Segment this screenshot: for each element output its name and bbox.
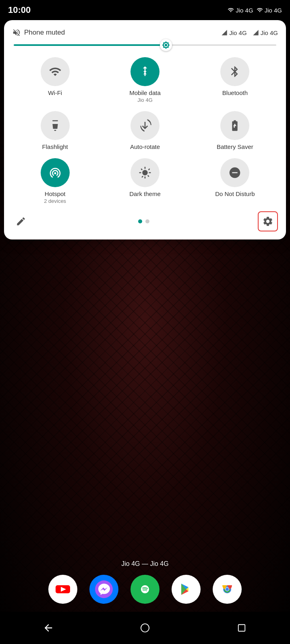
recents-icon <box>237 623 246 632</box>
toggle-grid: Wi-Fi Mobile data Jio 4G Bluetooth <box>12 57 278 204</box>
donotdisturb-icon <box>228 166 241 179</box>
dock-spotify[interactable] <box>130 575 160 604</box>
qs-top-row: Phone muted Jio 4G Jio 4G <box>12 28 278 37</box>
home-button[interactable] <box>135 618 155 638</box>
page-dots <box>138 219 149 223</box>
settings-button[interactable] <box>258 211 278 231</box>
mobiledata-label: Mobile data <box>129 89 161 96</box>
signal1-label: Jio 4G <box>236 7 253 14</box>
home-icon <box>141 623 149 632</box>
autorotate-label: Auto-rotate <box>130 143 160 150</box>
tile-bluetooth[interactable]: Bluetooth <box>192 57 278 103</box>
darktheme-icon <box>139 166 151 179</box>
flashlight-icon-circle[interactable] <box>41 111 70 140</box>
svg-point-14 <box>141 624 149 632</box>
brightness-slider-fill <box>14 44 166 46</box>
svg-rect-4 <box>136 580 154 598</box>
recents-button[interactable] <box>232 618 252 638</box>
mobiledata-icon <box>139 65 151 78</box>
back-icon <box>43 622 54 634</box>
svg-point-13 <box>226 588 229 591</box>
tile-wifi[interactable]: Wi-Fi <box>12 57 98 103</box>
dot-2 <box>145 219 149 223</box>
mute-icon <box>12 28 21 37</box>
settings-icon <box>262 216 273 227</box>
signal2: Jio 4G <box>257 7 282 14</box>
qs-signal1-icon <box>221 29 228 36</box>
network-label: Jio 4G — Jio 4G <box>0 560 290 568</box>
nav-bar <box>0 612 290 644</box>
qs-signal2-icon <box>253 29 259 36</box>
darktheme-icon-circle[interactable] <box>130 158 160 187</box>
dock-messenger[interactable] <box>89 575 118 604</box>
tile-batterysaver[interactable]: Battery Saver <box>192 111 278 150</box>
dock-googleplay[interactable] <box>172 575 201 604</box>
flashlight-icon <box>49 119 62 132</box>
chrome-icon <box>218 580 236 598</box>
time-display: 10:00 <box>8 5 31 15</box>
tile-flashlight[interactable]: Flashlight <box>12 111 98 150</box>
flashlight-label: Flashlight <box>42 143 68 150</box>
youtube-icon <box>54 580 72 598</box>
tile-autorotate[interactable]: Auto-rotate <box>102 111 188 150</box>
tile-hotspot[interactable]: Hotspot 2 devices <box>12 158 98 204</box>
hotspot-icon-circle[interactable] <box>41 158 70 187</box>
autorotate-icon <box>139 119 151 132</box>
hotspot-sublabel: 2 devices <box>44 198 66 204</box>
batterysaver-icon <box>228 119 241 132</box>
svg-rect-3 <box>95 580 113 598</box>
hotspot-icon <box>49 166 62 179</box>
batterysaver-icon-circle[interactable] <box>220 111 249 140</box>
brightness-slider-track[interactable] <box>14 44 276 46</box>
tile-darktheme[interactable]: Dark theme <box>102 158 188 204</box>
wifi-label: Wi-Fi <box>48 89 62 96</box>
googleplay-icon <box>177 580 195 598</box>
brightness-row[interactable] <box>12 44 278 46</box>
messenger-icon <box>95 580 113 598</box>
mobiledata-icon-circle[interactable] <box>130 57 160 86</box>
qs-bottom-row <box>12 211 278 231</box>
app-dock <box>0 575 290 604</box>
back-button[interactable] <box>38 618 58 638</box>
donotdisturb-icon-circle[interactable] <box>220 158 249 187</box>
mobiledata-sublabel: Jio 4G <box>137 97 153 103</box>
bluetooth-icon <box>228 65 241 78</box>
phone-muted-indicator: Phone muted <box>12 28 65 37</box>
donotdisturb-label: Do Not Disturb <box>215 190 255 197</box>
wifi-icon-circle[interactable] <box>41 57 70 86</box>
brightness-icon <box>162 41 170 49</box>
status-bar-right: Jio 4G Jio 4G <box>228 7 282 14</box>
signal2-label: Jio 4G <box>265 7 282 14</box>
tile-mobiledata[interactable]: Mobile data Jio 4G <box>102 57 188 103</box>
quick-settings-panel: Phone muted Jio 4G Jio 4G <box>4 20 286 239</box>
svg-rect-15 <box>238 625 245 632</box>
signal1: Jio 4G <box>228 7 253 14</box>
autorotate-icon-circle[interactable] <box>130 111 160 140</box>
spotify-icon <box>136 580 154 598</box>
bluetooth-icon-circle[interactable] <box>220 57 249 86</box>
dot-1 <box>138 219 142 223</box>
wifi-icon <box>49 65 62 78</box>
status-bar: 10:00 Jio 4G Jio 4G <box>0 0 290 20</box>
edit-icon <box>16 216 26 227</box>
brightness-thumb[interactable] <box>160 39 172 51</box>
edit-button[interactable] <box>12 213 30 230</box>
batterysaver-label: Battery Saver <box>217 143 253 150</box>
tile-donotdisturb[interactable]: Do Not Disturb <box>192 158 278 204</box>
darktheme-label: Dark theme <box>129 190 161 197</box>
qs-signal2: Jio 4G <box>253 29 278 36</box>
qs-signal1: Jio 4G <box>221 29 246 36</box>
bluetooth-label: Bluetooth <box>222 89 248 96</box>
signal1-icon <box>228 7 234 13</box>
signal2-icon <box>257 7 263 13</box>
dock-youtube[interactable] <box>48 575 77 604</box>
qs-signal-area: Jio 4G Jio 4G <box>221 29 278 36</box>
dock-chrome[interactable] <box>213 575 242 604</box>
hotspot-label: Hotspot <box>45 190 66 197</box>
